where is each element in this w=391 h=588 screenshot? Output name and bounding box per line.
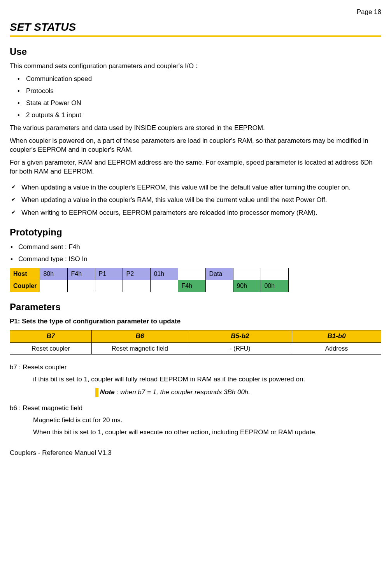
- table-cell: Reset magnetic field: [91, 342, 188, 355]
- footer: Couplers - Reference Manuel V1.3: [10, 449, 381, 458]
- table-cell: P1: [95, 268, 123, 280]
- table-cell: [95, 280, 123, 292]
- parameters-table: B7 B6 B5-b2 B1-b0 Reset coupler Reset ma…: [10, 330, 381, 355]
- table-cell: [178, 268, 206, 280]
- table-header: B7: [10, 330, 92, 342]
- list-item: Protocols: [26, 87, 381, 96]
- table-cell: 00h: [261, 280, 289, 292]
- row-label-host: Host: [10, 268, 40, 280]
- heading-use: Use: [10, 46, 381, 58]
- table-cell: [233, 268, 261, 280]
- use-check-list: When updating a value in the coupler's E…: [10, 183, 381, 218]
- table-row: Reset coupler Reset magnetic field - (RF…: [10, 342, 381, 355]
- note-label: Note: [100, 388, 115, 396]
- page-number: Page 18: [10, 8, 381, 17]
- b7-text: if this bit is set to 1, coupler will fu…: [33, 375, 381, 384]
- list-item: Command sent : F4h: [18, 243, 381, 252]
- heading-parameters: Parameters: [10, 301, 381, 313]
- table-header: B6: [91, 330, 188, 342]
- row-label-coupler: Coupler: [10, 280, 40, 292]
- table-cell: [40, 280, 68, 292]
- use-bullet-list: Communication speed Protocols State at P…: [10, 75, 381, 120]
- paragraph: The various parameters and data used by …: [10, 124, 381, 133]
- note-bar: [95, 388, 98, 397]
- table-header: B5-b2: [188, 330, 292, 342]
- table-cell: [261, 268, 289, 280]
- b6-label: b6 : Reset magnetic field: [10, 404, 381, 413]
- table-cell: [151, 280, 178, 292]
- b6-text-1: Magnetic field is cut for 20 ms.: [33, 416, 381, 425]
- table-cell: [68, 280, 95, 292]
- b7-label: b7 : Resets coupler: [10, 363, 381, 372]
- heading-prototyping: Prototyping: [10, 226, 381, 239]
- list-item: State at Power ON: [26, 99, 381, 108]
- list-item: Communication speed: [26, 75, 381, 84]
- prototyping-table: Host 80h F4h P1 P2 01h Data Coupler F4h …: [10, 268, 289, 292]
- paragraph: For a given parameter, RAM and EEPROM ad…: [10, 158, 381, 176]
- proto-bullet-list: Command sent : F4h Command type : ISO In: [10, 243, 381, 264]
- table-cell: Data: [206, 268, 233, 280]
- table-cell: F4h: [178, 280, 206, 292]
- use-intro: This command sets configuration paramete…: [10, 62, 381, 71]
- table-cell: [206, 280, 233, 292]
- title-rule: [10, 35, 381, 37]
- note-block: Note : when b7 = 1, the coupler responds…: [95, 388, 381, 397]
- b6-text-2: When this bit is set to 1, coupler will …: [33, 428, 381, 437]
- table-cell: 01h: [151, 268, 178, 280]
- table-cell: Reset coupler: [10, 342, 92, 355]
- paragraph: When coupler is powered on, a part of th…: [10, 137, 381, 154]
- table-cell: 90h: [233, 280, 261, 292]
- table-cell: Address: [292, 342, 381, 355]
- table-row: B7 B6 B5-b2 B1-b0: [10, 330, 381, 342]
- table-cell: 80h: [40, 268, 68, 280]
- list-item: When writing to EEPROM occurs, EEPROM pa…: [21, 209, 381, 218]
- table-row: Coupler F4h 90h 00h: [10, 280, 289, 292]
- p1-description: P1: Sets the type of configuration param…: [10, 317, 381, 326]
- table-cell: [123, 280, 151, 292]
- table-cell: - (RFU): [188, 342, 292, 355]
- table-header: B1-b0: [292, 330, 381, 342]
- list-item: When updating a value in the coupler's R…: [21, 196, 381, 205]
- table-cell: F4h: [68, 268, 95, 280]
- table-row: Host 80h F4h P1 P2 01h Data: [10, 268, 289, 280]
- list-item: 2 outputs & 1 input: [26, 111, 381, 120]
- note-body: : when b7 = 1, the coupler responds 3Bh …: [115, 388, 250, 396]
- table-cell: P2: [123, 268, 151, 280]
- list-item: Command type : ISO In: [18, 255, 381, 264]
- page-title: SET STATUS: [10, 20, 381, 35]
- note-text: Note : when b7 = 1, the coupler responds…: [100, 388, 250, 397]
- list-item: When updating a value in the coupler's E…: [21, 183, 381, 192]
